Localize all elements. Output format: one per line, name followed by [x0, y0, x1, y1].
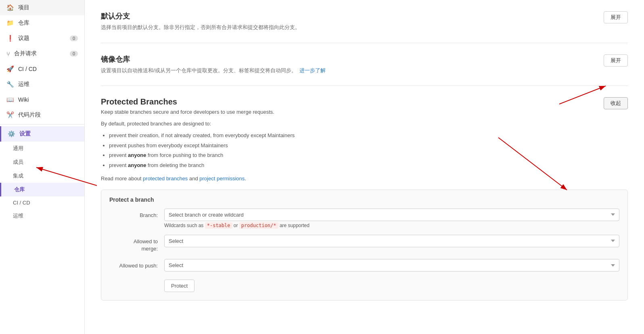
allowed-merge-field: Select	[164, 235, 619, 247]
allowed-push-select[interactable]: Select	[164, 259, 619, 271]
sidebar-item-project[interactable]: 🏠 项目	[0, 0, 84, 15]
protect-form-title: Protect a branch	[109, 196, 619, 203]
project-permissions-link[interactable]: project permissions	[199, 175, 245, 182]
pb-title: Protected Branches	[101, 97, 274, 106]
protect-btn-container: Protect	[109, 278, 619, 292]
mirror-repo-expand-btn[interactable]: 展开	[604, 54, 628, 67]
mirror-repo-desc: 设置项目以自动推送和/或从另一个仓库中提取更改。分支、标签和提交将自动同步。 进…	[101, 67, 326, 75]
pb-bullet-4: prevent anyone from deleting the branch	[109, 161, 628, 170]
protected-branches-section: Protected Branches Keep stable branches …	[101, 86, 628, 312]
default-branch-info: 默认分支 选择当前项目的默认分支。除非另行指定，否则所有合并请求和提交都将指向此…	[101, 11, 300, 31]
default-branch-desc: 选择当前项目的默认分支。除非另行指定，否则所有合并请求和提交都将指向此分支。	[101, 23, 300, 31]
issue-badge: 0	[70, 35, 78, 41]
protected-branches-link[interactable]: protected branches	[143, 175, 188, 182]
snippet-icon: ✂️	[6, 111, 14, 119]
pb-bullet-2: prevent pushes from everybody except Mai…	[109, 142, 628, 150]
merge-icon: ⑂	[6, 50, 10, 57]
sidebar-item-cicd[interactable]: 🚀 CI / CD	[0, 61, 84, 77]
sidebar-sub-cicd[interactable]: CI / CD	[0, 196, 84, 209]
allowed-push-field: Select	[164, 259, 619, 271]
allowed-merge-select[interactable]: Select	[164, 235, 619, 247]
protect-form: Protect a branch Branch: Select branch o…	[101, 190, 628, 301]
sidebar-item-wiki[interactable]: 📖 Wiki	[0, 92, 84, 107]
settings-icon: ⚙️	[8, 130, 15, 138]
wildcard-code2: production/*	[239, 222, 278, 229]
issue-icon: ❗	[6, 35, 14, 42]
divider	[0, 124, 84, 125]
branch-form-row: Branch: Select branch or create wildcard…	[109, 209, 619, 228]
home-icon: 🏠	[6, 4, 14, 11]
mirror-repo-section: 镜像仓库 设置项目以自动推送和/或从另一个仓库中提取更改。分支、标签和提交将自动…	[101, 43, 628, 86]
sidebar-item-repo[interactable]: 📁 仓库	[0, 15, 84, 31]
ops-icon: 🔧	[6, 81, 14, 88]
sidebar-item-settings[interactable]: ⚙️ 设置	[0, 126, 84, 142]
allowed-merge-form-row: Allowed to merge: Select	[109, 235, 619, 253]
protect-button[interactable]: Protect	[164, 280, 194, 292]
repo-icon: 📁	[6, 19, 14, 27]
pb-body: By default, protected branches are desig…	[101, 120, 628, 183]
pb-default-note: By default, protected branches are desig…	[101, 120, 628, 128]
wiki-icon: 📖	[6, 96, 14, 103]
branch-field: Select branch or create wildcard Wildcar…	[164, 209, 619, 228]
sidebar-sub-repo[interactable]: 仓库	[0, 183, 84, 196]
branch-select[interactable]: Select branch or create wildcard	[164, 209, 619, 221]
sidebar-item-ops[interactable]: 🔧 运维	[0, 77, 84, 92]
default-branch-header: 默认分支 选择当前项目的默认分支。除非另行指定，否则所有合并请求和提交都将指向此…	[101, 11, 628, 31]
pb-title-area: Protected Branches Keep stable branches …	[101, 97, 274, 115]
sidebar-item-snippet[interactable]: ✂️ 代码片段	[0, 107, 84, 123]
pb-bullets-list: prevent their creation, if not already c…	[109, 132, 628, 170]
branch-label: Branch:	[109, 209, 158, 219]
sidebar-sub-members[interactable]: 成员	[0, 155, 84, 169]
sidebar-sub-integrations[interactable]: 集成	[0, 169, 84, 183]
sidebar-sub-general[interactable]: 通用	[0, 142, 84, 155]
main-content: 默认分支 选择当前项目的默认分支。除非另行指定，否则所有合并请求和提交都将指向此…	[85, 0, 644, 334]
pb-read-more: Read more about protected branches and p…	[101, 175, 628, 183]
default-branch-title: 默认分支	[101, 11, 300, 21]
pb-collapse-btn[interactable]: 收起	[604, 97, 628, 109]
wildcard-code1: *-stable	[205, 222, 232, 229]
pb-section-header: Protected Branches Keep stable branches …	[101, 97, 628, 115]
sidebar-sub-ops[interactable]: 运维	[0, 209, 84, 223]
mirror-learn-more-link[interactable]: 进一步了解	[299, 67, 326, 73]
mirror-repo-header: 镜像仓库 设置项目以自动推送和/或从另一个仓库中提取更改。分支、标签和提交将自动…	[101, 54, 628, 75]
sidebar: 🏠 项目 📁 仓库 ❗ 议题 0 ⑂ 合并请求 0 🚀 CI / CD 🔧 运维…	[0, 0, 85, 334]
default-branch-expand-btn[interactable]: 展开	[604, 11, 628, 23]
cicd-icon: 🚀	[6, 65, 14, 73]
mirror-repo-title: 镜像仓库	[101, 54, 326, 64]
default-branch-section: 默认分支 选择当前项目的默认分支。除非另行指定，否则所有合并请求和提交都将指向此…	[101, 0, 628, 43]
pb-subtitle: Keep stable branches secure and force de…	[101, 109, 274, 115]
svg-line-5	[85, 167, 97, 186]
wildcard-hint: Wildcards such as *-stable or production…	[164, 223, 619, 228]
sidebar-item-merge[interactable]: ⑂ 合并请求 0	[0, 46, 84, 61]
allowed-merge-label: Allowed to merge:	[109, 235, 158, 253]
pb-bullet-3: prevent anyone from force pushing to the…	[109, 151, 628, 160]
allowed-push-form-row: Allowed to push: Select	[109, 259, 619, 271]
allowed-push-label: Allowed to push:	[109, 259, 158, 269]
sidebar-item-issue[interactable]: ❗ 议题 0	[0, 31, 84, 46]
pb-bullet-1: prevent their creation, if not already c…	[109, 132, 628, 140]
mirror-repo-info: 镜像仓库 设置项目以自动推送和/或从另一个仓库中提取更改。分支、标签和提交将自动…	[101, 54, 326, 75]
merge-badge: 0	[70, 51, 78, 56]
